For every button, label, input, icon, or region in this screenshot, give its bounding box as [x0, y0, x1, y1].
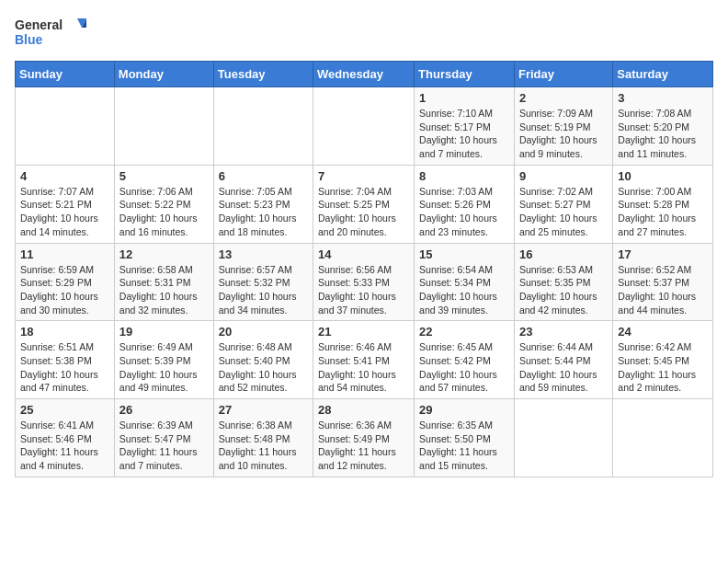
day-number: 11: [20, 247, 109, 261]
day-number: 22: [419, 325, 509, 339]
calendar-cell: 6Sunrise: 7:05 AMSunset: 5:23 PMDaylight…: [213, 165, 313, 243]
calendar-cell: 19Sunrise: 6:49 AMSunset: 5:39 PMDayligh…: [114, 321, 213, 399]
calendar-cell: 9Sunrise: 7:02 AMSunset: 5:27 PMDaylight…: [514, 165, 612, 243]
calendar-cell: 14Sunrise: 6:56 AMSunset: 5:33 PMDayligh…: [313, 243, 415, 321]
day-info: Sunrise: 6:52 AMSunset: 5:37 PMDaylight:…: [618, 263, 708, 317]
calendar-cell: 2Sunrise: 7:09 AMSunset: 5:19 PMDaylight…: [514, 87, 612, 166]
calendar-cell: 1Sunrise: 7:10 AMSunset: 5:17 PMDaylight…: [415, 87, 515, 166]
day-number: 16: [519, 247, 608, 261]
day-info: Sunrise: 6:44 AMSunset: 5:44 PMDaylight:…: [519, 340, 608, 395]
day-number: 13: [219, 247, 308, 261]
calendar-cell: [613, 399, 713, 477]
calendar-cell: 11Sunrise: 6:59 AMSunset: 5:29 PMDayligh…: [16, 243, 115, 321]
day-info: Sunrise: 7:09 AMSunset: 5:19 PMDaylight:…: [519, 107, 608, 161]
day-number: 19: [119, 325, 209, 339]
calendar-cell: 29Sunrise: 6:35 AMSunset: 5:50 PMDayligh…: [415, 399, 515, 477]
day-number: 28: [318, 403, 409, 417]
calendar-week-3: 11Sunrise: 6:59 AMSunset: 5:29 PMDayligh…: [16, 243, 713, 321]
calendar-cell: 16Sunrise: 6:53 AMSunset: 5:35 PMDayligh…: [514, 243, 612, 321]
day-number: 6: [219, 169, 308, 183]
day-number: 7: [318, 169, 409, 183]
calendar-cell: 20Sunrise: 6:48 AMSunset: 5:40 PMDayligh…: [213, 321, 313, 399]
calendar-cell: [313, 87, 415, 166]
day-info: Sunrise: 6:54 AMSunset: 5:34 PMDaylight:…: [419, 263, 509, 317]
calendar-cell: [114, 87, 213, 166]
weekday-header-tuesday: Tuesday: [213, 62, 313, 87]
svg-text:Blue: Blue: [15, 32, 43, 47]
day-info: Sunrise: 6:51 AMSunset: 5:38 PMDaylight:…: [20, 340, 109, 395]
day-number: 24: [618, 325, 708, 339]
calendar-cell: 27Sunrise: 6:38 AMSunset: 5:48 PMDayligh…: [213, 399, 313, 477]
calendar-cell: 22Sunrise: 6:45 AMSunset: 5:42 PMDayligh…: [415, 321, 515, 399]
day-info: Sunrise: 6:59 AMSunset: 5:29 PMDaylight:…: [20, 263, 109, 317]
calendar-cell: 28Sunrise: 6:36 AMSunset: 5:49 PMDayligh…: [313, 399, 415, 477]
weekday-header-saturday: Saturday: [613, 62, 713, 87]
calendar-cell: 5Sunrise: 7:06 AMSunset: 5:22 PMDaylight…: [114, 165, 213, 243]
day-info: Sunrise: 7:07 AMSunset: 5:21 PMDaylight:…: [20, 185, 109, 239]
day-number: 18: [20, 325, 109, 339]
logo: General Blue: [15, 15, 88, 53]
calendar-cell: [16, 87, 115, 166]
day-number: 10: [618, 169, 708, 183]
day-info: Sunrise: 6:45 AMSunset: 5:42 PMDaylight:…: [419, 340, 509, 395]
calendar-cell: 10Sunrise: 7:00 AMSunset: 5:28 PMDayligh…: [613, 165, 713, 243]
day-info: Sunrise: 6:36 AMSunset: 5:49 PMDaylight:…: [318, 419, 409, 473]
day-number: 5: [119, 169, 209, 183]
calendar-cell: 7Sunrise: 7:04 AMSunset: 5:25 PMDaylight…: [313, 165, 415, 243]
day-info: Sunrise: 7:05 AMSunset: 5:23 PMDaylight:…: [219, 185, 308, 239]
day-number: 29: [419, 403, 509, 417]
weekday-header-wednesday: Wednesday: [313, 62, 415, 87]
calendar-cell: 23Sunrise: 6:44 AMSunset: 5:44 PMDayligh…: [514, 321, 612, 399]
day-info: Sunrise: 6:53 AMSunset: 5:35 PMDaylight:…: [519, 263, 608, 317]
calendar-table: SundayMondayTuesdayWednesdayThursdayFrid…: [15, 61, 713, 477]
day-number: 15: [419, 247, 509, 261]
calendar-cell: 25Sunrise: 6:41 AMSunset: 5:46 PMDayligh…: [16, 399, 115, 477]
calendar-cell: 17Sunrise: 6:52 AMSunset: 5:37 PMDayligh…: [613, 243, 713, 321]
calendar-cell: 26Sunrise: 6:39 AMSunset: 5:47 PMDayligh…: [114, 399, 213, 477]
day-number: 9: [519, 169, 608, 183]
day-info: Sunrise: 6:39 AMSunset: 5:47 PMDaylight:…: [119, 419, 209, 473]
weekday-header-friday: Friday: [514, 62, 612, 87]
day-info: Sunrise: 6:35 AMSunset: 5:50 PMDaylight:…: [419, 419, 509, 473]
calendar-cell: 21Sunrise: 6:46 AMSunset: 5:41 PMDayligh…: [313, 321, 415, 399]
day-number: 27: [219, 403, 308, 417]
day-number: 17: [618, 247, 708, 261]
day-number: 25: [20, 403, 109, 417]
calendar-cell: 13Sunrise: 6:57 AMSunset: 5:32 PMDayligh…: [213, 243, 313, 321]
day-number: 8: [419, 169, 509, 183]
calendar-week-2: 4Sunrise: 7:07 AMSunset: 5:21 PMDaylight…: [16, 165, 713, 243]
day-info: Sunrise: 6:49 AMSunset: 5:39 PMDaylight:…: [119, 340, 209, 395]
weekday-header-monday: Monday: [114, 62, 213, 87]
calendar-cell: [514, 399, 612, 477]
day-info: Sunrise: 7:02 AMSunset: 5:27 PMDaylight:…: [519, 185, 608, 239]
calendar-cell: 3Sunrise: 7:08 AMSunset: 5:20 PMDaylight…: [613, 87, 713, 166]
calendar-cell: 12Sunrise: 6:58 AMSunset: 5:31 PMDayligh…: [114, 243, 213, 321]
day-number: 21: [318, 325, 409, 339]
logo-svg: General Blue: [15, 15, 88, 53]
calendar-cell: 8Sunrise: 7:03 AMSunset: 5:26 PMDaylight…: [415, 165, 515, 243]
calendar-cell: 18Sunrise: 6:51 AMSunset: 5:38 PMDayligh…: [16, 321, 115, 399]
day-info: Sunrise: 6:38 AMSunset: 5:48 PMDaylight:…: [219, 419, 308, 473]
day-number: 1: [419, 91, 509, 105]
day-number: 20: [219, 325, 308, 339]
day-number: 12: [119, 247, 209, 261]
calendar-header-row: SundayMondayTuesdayWednesdayThursdayFrid…: [16, 62, 713, 87]
calendar-cell: 15Sunrise: 6:54 AMSunset: 5:34 PMDayligh…: [415, 243, 515, 321]
day-info: Sunrise: 7:10 AMSunset: 5:17 PMDaylight:…: [419, 107, 509, 161]
calendar-week-1: 1Sunrise: 7:10 AMSunset: 5:17 PMDaylight…: [16, 87, 713, 166]
day-info: Sunrise: 6:46 AMSunset: 5:41 PMDaylight:…: [318, 340, 409, 395]
svg-text:General: General: [15, 17, 63, 32]
day-info: Sunrise: 6:56 AMSunset: 5:33 PMDaylight:…: [318, 263, 409, 317]
day-info: Sunrise: 7:00 AMSunset: 5:28 PMDaylight:…: [618, 185, 708, 239]
day-info: Sunrise: 6:57 AMSunset: 5:32 PMDaylight:…: [219, 263, 308, 317]
day-info: Sunrise: 6:58 AMSunset: 5:31 PMDaylight:…: [119, 263, 209, 317]
calendar-week-5: 25Sunrise: 6:41 AMSunset: 5:46 PMDayligh…: [16, 399, 713, 477]
calendar-cell: 24Sunrise: 6:42 AMSunset: 5:45 PMDayligh…: [613, 321, 713, 399]
page-header: General Blue: [15, 15, 713, 53]
day-info: Sunrise: 7:06 AMSunset: 5:22 PMDaylight:…: [119, 185, 209, 239]
weekday-header-sunday: Sunday: [16, 62, 115, 87]
calendar-cell: [213, 87, 313, 166]
day-info: Sunrise: 6:48 AMSunset: 5:40 PMDaylight:…: [219, 340, 308, 395]
weekday-header-thursday: Thursday: [415, 62, 515, 87]
day-info: Sunrise: 7:08 AMSunset: 5:20 PMDaylight:…: [618, 107, 708, 161]
